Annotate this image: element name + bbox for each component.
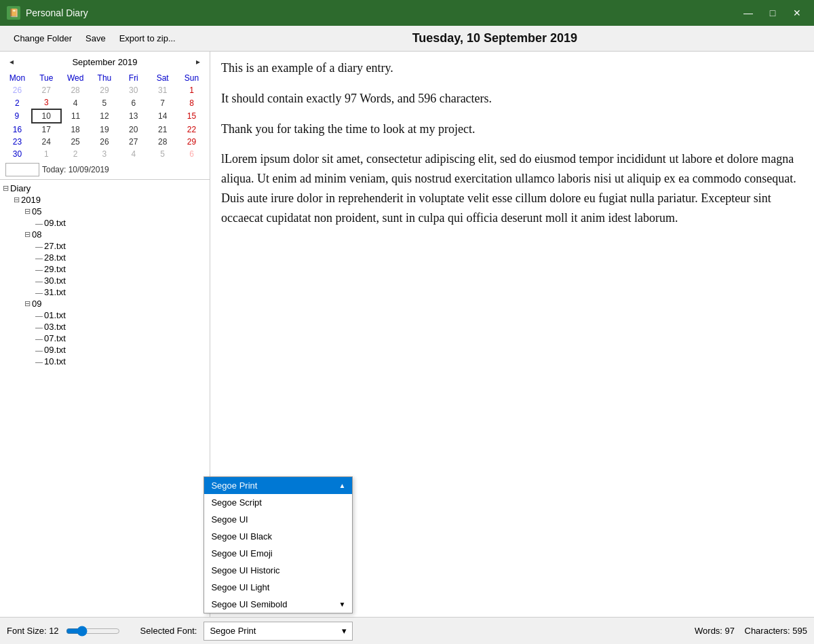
tree-item-label: 09.txt <box>44 345 66 355</box>
menu-export[interactable]: Export to zip... <box>113 31 182 46</box>
tree-file-item[interactable]: —28.txt <box>3 252 207 263</box>
tree-file-item[interactable]: —27.txt <box>3 240 207 252</box>
calendar-day[interactable]: 31 <box>148 84 177 96</box>
calendar-day[interactable]: 28 <box>148 136 177 148</box>
file-icon: — <box>35 265 43 273</box>
calendar-day[interactable]: 6 <box>119 96 148 109</box>
font-dropdown-item[interactable]: Segoe UI Emoji <box>204 545 352 562</box>
tree-folder-item[interactable]: ⊟2019 <box>3 194 207 206</box>
dropdown-arrow-icon: ▾ <box>342 626 347 636</box>
calendar-day[interactable]: 24 <box>32 136 61 148</box>
calendar-day[interactable]: 10 <box>32 109 61 123</box>
tree-file-item[interactable]: —09.txt <box>3 344 207 356</box>
calendar-day[interactable]: 2 <box>3 96 32 109</box>
calendar-day[interactable]: 5 <box>148 148 177 160</box>
calendar-day[interactable]: 29 <box>90 84 119 96</box>
calendar-day[interactable]: 1 <box>177 84 206 96</box>
calendar-day[interactable]: 2 <box>61 148 90 160</box>
calendar-day[interactable]: 26 <box>90 136 119 148</box>
tree-file-item[interactable]: —07.txt <box>3 333 207 344</box>
calendar-day[interactable]: 6 <box>177 148 206 160</box>
menu-save[interactable]: Save <box>79 31 113 46</box>
calendar-header: ◂ September 2019 ▸ <box>3 54 207 69</box>
calendar-day[interactable]: 9 <box>3 109 32 123</box>
tree-file-item[interactable]: —01.txt <box>3 309 207 321</box>
font-dropdown-item[interactable]: Segoe UI Semibold▼ <box>204 596 352 613</box>
tree-item-label: 31.txt <box>44 287 66 297</box>
file-icon: — <box>35 346 43 354</box>
minimize-button[interactable]: — <box>738 5 758 21</box>
tree-file-item[interactable]: —30.txt <box>3 275 207 286</box>
tree-file-item[interactable]: —03.txt <box>3 321 207 333</box>
font-dropdown-item[interactable]: Segoe UI Black <box>204 528 352 545</box>
tree-folder-item[interactable]: ⊟09 <box>3 298 207 309</box>
app-title: Personal Diary <box>26 7 738 18</box>
calendar-day[interactable]: 8 <box>177 96 206 109</box>
calendar-day[interactable]: 30 <box>119 84 148 96</box>
status-bar: Font Size: 12 Selected Font: Segoe Print… <box>0 617 814 644</box>
calendar-day[interactable]: 5 <box>90 96 119 109</box>
file-tree[interactable]: ⊟Diary⊟2019⊟05—09.txt⊟08—27.txt—28.txt—2… <box>0 180 210 617</box>
calendar-day[interactable]: 7 <box>148 96 177 109</box>
tree-folder-item[interactable]: ⊟Diary <box>3 183 207 194</box>
collapse-icon: ⊟ <box>3 184 9 193</box>
tree-file-item[interactable]: —29.txt <box>3 263 207 275</box>
tree-item-label: 01.txt <box>44 310 66 320</box>
calendar-day[interactable]: 18 <box>61 123 90 136</box>
calendar-day[interactable]: 15 <box>177 109 206 123</box>
font-dropdown-item[interactable]: Segoe UI Light <box>204 579 352 596</box>
file-icon: — <box>35 358 43 366</box>
font-dropdown-item[interactable]: Segoe Print▲ <box>204 477 352 494</box>
date-title: Tuesday, 10 September 2019 <box>182 31 807 45</box>
tree-folder-item[interactable]: ⊟05 <box>3 206 207 217</box>
scroll-down-arrow-icon[interactable]: ▼ <box>339 601 346 608</box>
calendar-day[interactable]: 30 <box>3 148 32 160</box>
calendar-day[interactable]: 3 <box>32 96 61 109</box>
maximize-button[interactable]: □ <box>762 5 783 21</box>
close-button[interactable]: ✕ <box>787 5 807 21</box>
tree-item-label: 27.txt <box>44 241 66 251</box>
font-dropdown-item[interactable]: Segoe Script <box>204 494 352 511</box>
calendar-weekday: Mon <box>3 72 32 84</box>
calendar-day[interactable]: 12 <box>90 109 119 123</box>
calendar-day[interactable]: 19 <box>90 123 119 136</box>
tree-file-item[interactable]: —10.txt <box>3 356 207 367</box>
file-icon: — <box>35 323 43 331</box>
collapse-icon: ⊟ <box>24 299 31 308</box>
calendar-day[interactable]: 28 <box>61 84 90 96</box>
calendar-day[interactable]: 27 <box>32 84 61 96</box>
calendar-day[interactable]: 4 <box>61 96 90 109</box>
calendar-day[interactable]: 14 <box>148 109 177 123</box>
calendar-day[interactable]: 25 <box>61 136 90 148</box>
tree-file-item[interactable]: —31.txt <box>3 286 207 298</box>
calendar-day[interactable]: 1 <box>32 148 61 160</box>
calendar-prev[interactable]: ◂ <box>5 56 18 68</box>
calendar-day[interactable]: 11 <box>61 109 90 123</box>
font-size-slider[interactable] <box>66 626 120 637</box>
calendar-day[interactable]: 21 <box>148 123 177 136</box>
calendar-day[interactable]: 26 <box>3 84 32 96</box>
scroll-up-arrow-icon[interactable]: ▲ <box>339 482 346 489</box>
calendar-day[interactable]: 3 <box>90 148 119 160</box>
font-dropdown-button[interactable]: Segoe Print ▾ <box>204 622 353 641</box>
calendar-day[interactable]: 22 <box>177 123 206 136</box>
word-char-count: Words: 97 Characters: 595 <box>695 626 807 636</box>
calendar-day[interactable]: 13 <box>119 109 148 123</box>
font-dropdown-item[interactable]: Segoe UI Historic <box>204 562 352 579</box>
tree-folder-item[interactable]: ⊟08 <box>3 229 207 240</box>
collapse-icon: ⊟ <box>14 195 20 204</box>
menu-change-folder[interactable]: Change Folder <box>7 31 79 46</box>
tree-item-label: 28.txt <box>44 252 66 263</box>
calendar-day[interactable]: 23 <box>3 136 32 148</box>
calendar-next[interactable]: ▸ <box>192 56 204 68</box>
font-dropdown-item[interactable]: Segoe UI <box>204 511 352 528</box>
calendar-day[interactable]: 4 <box>119 148 148 160</box>
calendar-day[interactable]: 17 <box>32 123 61 136</box>
tree-file-item[interactable]: —09.txt <box>3 217 207 229</box>
calendar-day[interactable]: 29 <box>177 136 206 148</box>
font-option-label: Segoe Print <box>211 480 257 491</box>
file-icon: — <box>35 311 43 320</box>
calendar-day[interactable]: 27 <box>119 136 148 148</box>
calendar-day[interactable]: 16 <box>3 123 32 136</box>
calendar-day[interactable]: 20 <box>119 123 148 136</box>
